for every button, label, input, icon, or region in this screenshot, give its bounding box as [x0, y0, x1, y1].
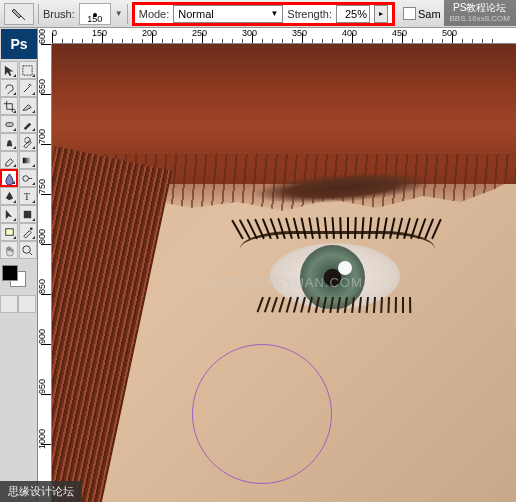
mode-value: Normal [178, 8, 213, 20]
horizontal-ruler[interactable]: 100150200250300350400450500 [52, 28, 516, 44]
watermark-bottom: 思缘设计论坛 [0, 481, 82, 502]
clone-stamp-tool[interactable] [0, 133, 18, 151]
vertical-ruler[interactable]: 6006507007508008509009501000 [38, 44, 52, 502]
svg-point-8 [23, 245, 30, 252]
sample-all-layers-checkbox[interactable] [403, 7, 416, 20]
magic-wand-tool[interactable] [19, 79, 37, 97]
toolbox: T [0, 61, 37, 259]
eyedropper-tool[interactable] [19, 223, 37, 241]
left-panel: Ps T [0, 28, 38, 502]
dodge-tool[interactable] [19, 169, 37, 187]
eraser-tool[interactable] [0, 151, 18, 169]
brush-label: Brush: [43, 8, 75, 20]
lasso-tool[interactable] [0, 79, 18, 97]
move-tool[interactable] [0, 61, 18, 79]
gradient-tool[interactable] [19, 151, 37, 169]
shape-tool[interactable] [19, 205, 37, 223]
svg-rect-1 [5, 122, 12, 126]
divider [127, 4, 128, 24]
color-swatches[interactable] [0, 263, 37, 289]
foreground-color[interactable] [2, 265, 18, 281]
canvas[interactable]: WWW.MISSYUAN.COM [52, 44, 516, 502]
hand-tool[interactable] [0, 241, 18, 259]
watermark-top: PS教程论坛 BBS.16xx8.COM [444, 0, 516, 26]
sample-section: Sam [403, 7, 441, 20]
mode-label: Mode: [139, 8, 170, 20]
brush-dropdown-arrow[interactable]: ▼ [115, 9, 123, 18]
history-brush-tool[interactable] [19, 133, 37, 151]
photoshop-badge: Ps [1, 29, 37, 59]
mode-highlighted-section: Mode: Normal ▼ Strength: 25% ▸ [132, 2, 395, 26]
brush-tool[interactable] [19, 115, 37, 133]
svg-rect-6 [5, 228, 12, 235]
standard-mode[interactable] [0, 295, 18, 313]
svg-point-3 [23, 175, 29, 181]
marquee-tool[interactable] [19, 61, 37, 79]
slice-tool[interactable] [19, 97, 37, 115]
tool-preset-picker[interactable] [4, 3, 34, 25]
strength-input[interactable]: 25% [336, 5, 370, 23]
blur-tool-selected[interactable] [0, 169, 18, 187]
crop-tool[interactable] [0, 97, 18, 115]
notes-tool[interactable] [0, 223, 18, 241]
brush-preset-picker[interactable]: 150 [79, 3, 111, 25]
brush-cursor-circle [192, 344, 332, 484]
quickmask-mode[interactable] [18, 295, 36, 313]
sample-label: Sam [418, 8, 441, 20]
type-tool[interactable]: T [19, 187, 37, 205]
divider [38, 4, 39, 24]
strength-label: Strength: [287, 8, 332, 20]
strength-flyout-arrow[interactable]: ▸ [374, 5, 388, 23]
brush-section: Brush: 150 ▼ [43, 3, 123, 25]
pen-tool[interactable] [0, 187, 18, 205]
zoom-tool[interactable] [19, 241, 37, 259]
svg-point-7 [30, 227, 33, 230]
svg-text:T: T [24, 191, 31, 202]
svg-rect-5 [24, 210, 31, 217]
svg-rect-2 [23, 157, 32, 163]
document-photo: WWW.MISSYUAN.COM [52, 44, 516, 502]
options-bar: Brush: 150 ▼ Mode: Normal ▼ Strength: 25… [0, 0, 516, 28]
path-select-tool[interactable] [0, 205, 18, 223]
mode-select[interactable]: Normal ▼ [173, 5, 283, 23]
chevron-down-icon: ▼ [270, 9, 278, 18]
healing-brush-tool[interactable] [0, 115, 18, 133]
